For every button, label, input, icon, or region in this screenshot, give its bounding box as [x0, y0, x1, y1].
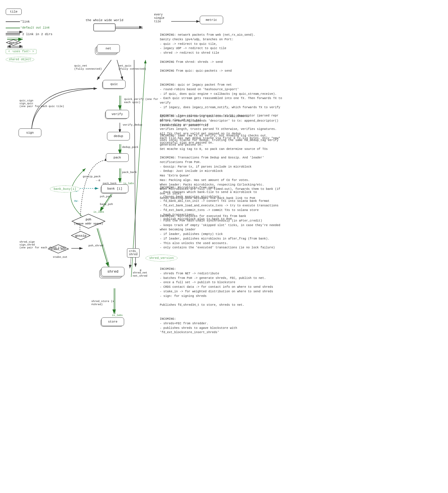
- legend-tile-box: tile: [6, 9, 22, 15]
- gossip-node: gossip: [71, 231, 91, 242]
- legend-shared-object: shared object: [6, 57, 53, 62]
- verify-label: verify: [112, 112, 123, 116]
- annotation-store: INCOMING: - shreds+FEC from shredder. - …: [160, 317, 282, 335]
- dedup-label: dedup: [114, 134, 123, 138]
- shred-net-label: shred_netnet_shred: [133, 271, 147, 277]
- poh-node: is_labs poh (agave addr space): [71, 211, 106, 230]
- legend-fset: < ~uses fset~ >: [6, 49, 53, 54]
- quic-label: quic: [110, 82, 118, 86]
- legend-agave: agave: [6, 39, 53, 46]
- dedup-pack-label: dedup_pack: [122, 146, 138, 149]
- metric-node: metric: [200, 16, 223, 24]
- svg-line-24: [98, 228, 110, 267]
- legend-link-label: link: [22, 20, 30, 23]
- bank-box: bank [i]: [101, 184, 128, 193]
- metric-label: metric: [206, 18, 217, 22]
- shred-store-label: shred_store (x#shred): [91, 300, 114, 306]
- legend-shared-object-label: shared object: [6, 57, 34, 62]
- crds-shred-node: crds_shred: [127, 248, 140, 257]
- bank-node: is_labs pack_bank bank [i] poh_pack: [101, 182, 128, 193]
- quic-net-label: quic_net(fully connected): [74, 64, 102, 71]
- quic-sign-label: quic_signsign_quic(one pair for each qui…: [19, 99, 64, 108]
- shred-box: shred: [101, 267, 124, 276]
- bank-busy-node: bank_busy[i]: [50, 186, 80, 192]
- store-box: store: [101, 317, 124, 326]
- verify-node: verify: [106, 110, 129, 118]
- annotation-store-text: INCOMING: - shreds+FEC from shredder. - …: [160, 317, 237, 334]
- sign-label: sign: [26, 131, 34, 134]
- annotation-dedup-text: INCOMING: same raw tx as verify, but kno…: [160, 134, 279, 151]
- legend-default-out: default out link: [6, 26, 53, 29]
- is-labs-poh-label: is_labs: [71, 211, 104, 214]
- default-out-line: [6, 28, 20, 28]
- shred-label: shred: [107, 269, 118, 274]
- annotation-shred-text: INCOMING: - shreds from NET -> redistrib…: [160, 267, 273, 307]
- net-quic-label: net_quic(fully connected): [118, 64, 146, 71]
- net-box: net: [97, 44, 120, 53]
- svg-marker-38: [72, 214, 105, 228]
- svg-rect-35: [94, 24, 115, 31]
- pack-label: pack: [114, 156, 121, 159]
- crds-shred-label: crds_shred: [129, 250, 138, 256]
- store-node: is_labs store: [101, 314, 124, 326]
- bank-busy-label: bank_busy[i]: [54, 187, 76, 191]
- legend-fset-label: < ~uses fset~ >: [6, 49, 37, 54]
- svg-text:gossip: gossip: [75, 234, 86, 238]
- stake-out-bottom-label: stake_out: [53, 255, 67, 259]
- svg-text:(agave addr space): (agave addr space): [74, 222, 103, 225]
- link-line: [6, 21, 20, 22]
- metric-box: metric: [200, 16, 223, 24]
- poh-shred-label: poh_shred: [88, 244, 103, 247]
- svg-line-28: [134, 60, 136, 267]
- pack-bank-label: pack_bank: [122, 171, 137, 174]
- crds-shred-box: crds_shred: [127, 248, 140, 257]
- legend-2link: 2 link in 2 dirs: [6, 32, 53, 36]
- shred-version-node: shred_version: [146, 255, 177, 261]
- gossip-pack-label: gossip_pack: [83, 175, 101, 178]
- world-label: the whole wide world: [86, 19, 123, 22]
- poh-pack-label: poh_pack: [100, 195, 112, 198]
- quic-node: quic: [103, 80, 126, 88]
- every-tile-label: everysingletile: [154, 13, 164, 23]
- svg-line-23: [97, 228, 108, 267]
- shred-version-oval: shred_version: [146, 255, 177, 261]
- svg-line-27: [131, 60, 146, 277]
- legend: tile link default out link 2 link in 2 d…: [6, 9, 53, 62]
- legend-link: link: [6, 20, 53, 23]
- annotation-shred: INCOMING: - shreds from NET -> redistrib…: [160, 267, 273, 307]
- dedup-box: dedup: [107, 132, 130, 140]
- shred-node: shred: [101, 267, 124, 276]
- shred-sign-label: shred_signsign_shred(one pair for each s…: [19, 241, 66, 249]
- world-node: the whole wide world: [86, 19, 123, 33]
- annotation-net: INCOMING: network packets from web (net_…: [160, 33, 255, 73]
- legend-default-out-label: default out link: [22, 26, 50, 29]
- sign-box: sign: [19, 128, 41, 137]
- sign-node: sign: [19, 128, 41, 137]
- quic-box: quic: [103, 80, 126, 88]
- legend-tile: tile: [6, 9, 53, 15]
- quick-verify-label: quick_verify (one foreach quic): [124, 98, 158, 104]
- svg-text:poh: poh: [86, 218, 91, 221]
- verify-dedup-label: verify_dedup: [123, 123, 142, 126]
- svg-text:agave: agave: [9, 41, 18, 45]
- store-label: store: [108, 320, 117, 323]
- diagram-container: tile link default out link 2 link in 2 d…: [0, 0, 305, 493]
- verify-box: verify: [106, 110, 129, 118]
- legend-tile-label: tile: [10, 10, 17, 13]
- annotation-dedup: INCOMING: same raw tx as verify, but kno…: [160, 134, 282, 152]
- pack-node: pack: [106, 153, 129, 162]
- is-labs-store-label: is_labs: [101, 314, 123, 317]
- bank-label: bank [i]: [107, 187, 122, 190]
- annotation-poh: INCOMING: microblocks for executed TXs f…: [160, 214, 282, 250]
- annotation-net-text: INCOMING: network packets from web (net_…: [160, 33, 255, 73]
- dedup-node: dedup: [107, 132, 130, 140]
- bank-busy-oval: bank_busy[i]: [50, 186, 80, 192]
- net-label: net: [106, 47, 111, 50]
- net-node: net: [97, 44, 120, 53]
- bank-poh-label: bank_poh: [100, 203, 113, 206]
- annotation-poh-text: INCOMING: microblocks for executed TXs f…: [160, 214, 280, 249]
- shred-version-label: shred_version: [149, 256, 174, 260]
- r-label: R: [140, 269, 141, 272]
- rw2-label: RW-: [74, 200, 79, 203]
- pack-box: pack: [106, 153, 129, 162]
